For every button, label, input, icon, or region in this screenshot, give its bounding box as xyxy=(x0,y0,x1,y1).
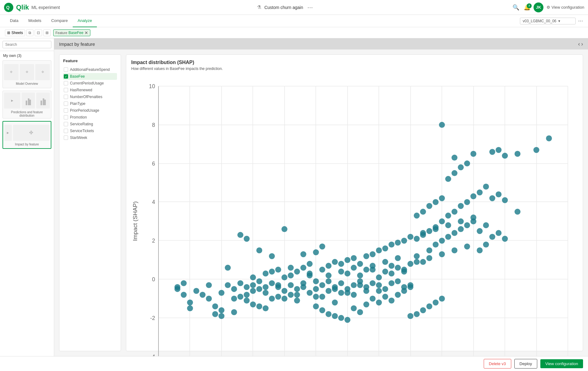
feature-item-servicetickets[interactable]: ServiceTickets xyxy=(63,127,117,134)
search-button[interactable]: 🔍 xyxy=(511,3,521,12)
sidebar: My own (3) ✤ ✤ ✤ Model Overview ▶ xyxy=(0,38,54,356)
svg-point-167 xyxy=(439,238,445,244)
svg-point-176 xyxy=(458,226,464,232)
feature-item-basefee[interactable]: ✓ BaseFee xyxy=(63,73,117,80)
svg-point-119 xyxy=(338,290,344,296)
checkbox-priorperiodusage[interactable] xyxy=(64,108,68,113)
feature-item-additionalfeaturespend[interactable]: AdditionalFeatureSpend xyxy=(63,66,117,73)
svg-point-203 xyxy=(452,155,457,161)
svg-point-143 xyxy=(388,280,394,286)
svg-text:10: 10 xyxy=(149,83,155,89)
filter-tag[interactable]: Feature BaseFee ✕ xyxy=(53,29,90,36)
model-more-button[interactable]: ⋯ xyxy=(578,18,583,24)
prev-arrow-button[interactable]: ‹ xyxy=(578,41,580,47)
svg-point-85 xyxy=(269,296,275,301)
chart-panel: Impact distribution (SHAP) How different… xyxy=(126,54,583,351)
svg-point-125 xyxy=(351,292,357,298)
svg-text:-4: -4 xyxy=(150,354,155,356)
sheet-impact-container: ▶ ✤ Impact by feature xyxy=(0,120,54,150)
checkbox-currentperiodusage[interactable] xyxy=(64,81,68,85)
feature-item-numberofpenalties[interactable]: NumberOfPenalties xyxy=(63,93,117,100)
tab-models[interactable]: Models xyxy=(23,15,46,27)
layout-icon-1[interactable]: ⧉ xyxy=(26,29,33,36)
svg-point-252 xyxy=(332,313,338,319)
svg-point-68 xyxy=(231,286,237,292)
tab-data[interactable]: Data xyxy=(5,15,23,27)
svg-point-112 xyxy=(326,288,331,294)
svg-point-59 xyxy=(187,300,193,305)
chevron-down-icon: ▾ xyxy=(558,19,560,23)
svg-point-141 xyxy=(388,242,394,248)
tab-analyze[interactable]: Analyze xyxy=(73,15,97,27)
feature-item-startweek[interactable]: StartWeek xyxy=(63,134,117,141)
page-header: Impact by feature ‹ › xyxy=(54,38,588,50)
svg-point-170 xyxy=(445,234,451,240)
inner-content: Feature AdditionalFeatureSpend ✓ BaseFee… xyxy=(54,50,588,356)
svg-point-204 xyxy=(175,286,180,292)
sheet-thumb-1a: ✤ xyxy=(4,64,19,80)
filter-close-button[interactable]: ✕ xyxy=(84,30,88,35)
layout-icon-2[interactable]: ⊡ xyxy=(35,29,42,36)
feature-item-priorperiodusage[interactable]: PriorPeriodUsage xyxy=(63,107,117,114)
svg-point-191 xyxy=(489,234,495,240)
sheet-thumb-3a: ▶ xyxy=(4,125,12,141)
svg-point-137 xyxy=(376,282,382,288)
sheet-impact[interactable]: ▶ ✤ Impact by feature xyxy=(2,121,51,149)
svg-point-165 xyxy=(439,195,445,201)
app-title: ML experiment xyxy=(32,5,60,10)
svg-point-243 xyxy=(439,251,445,257)
feature-item-plantype[interactable]: PlanType xyxy=(63,100,117,107)
logo-area: Q Qlik ML experiment xyxy=(4,2,60,12)
feature-item-promotion[interactable]: Promotion xyxy=(63,114,117,121)
sheets-toggle-button[interactable]: ⊞ Sheets xyxy=(5,29,25,36)
sheet-model-overview[interactable]: ✤ ✤ ✤ Model Overview xyxy=(2,60,51,88)
deploy-button[interactable]: Deploy xyxy=(514,359,537,369)
svg-point-138 xyxy=(382,259,388,265)
feature-item-currentperiodusage[interactable]: CurrentPeriodUsage xyxy=(63,80,117,87)
checkbox-plantype[interactable] xyxy=(64,101,68,106)
svg-point-160 xyxy=(426,228,432,234)
avatar[interactable]: JK xyxy=(534,2,543,12)
checkbox-basefee[interactable]: ✓ xyxy=(64,74,68,79)
scatter-plot: 10 8 6 4 2 0 -2 -4 0 5 10 15 20 xyxy=(131,76,578,356)
feature-item-servicerating[interactable]: ServiceRating xyxy=(63,121,117,127)
model-search-select[interactable]: v03_LGBMC_00_06 ▾ xyxy=(520,18,576,24)
svg-point-107 xyxy=(313,286,319,292)
sidebar-search-input[interactable] xyxy=(2,41,51,48)
next-arrow-button[interactable]: › xyxy=(581,41,583,47)
view-config-button-top[interactable]: ⚙ View configuration xyxy=(547,5,584,10)
svg-point-245 xyxy=(452,247,457,253)
svg-point-195 xyxy=(502,153,508,159)
svg-point-198 xyxy=(515,151,521,157)
checkbox-numberofpenalties[interactable] xyxy=(64,95,68,99)
checkbox-servicerating[interactable] xyxy=(64,122,68,126)
svg-point-242 xyxy=(433,226,439,232)
svg-point-202 xyxy=(439,122,445,128)
checkbox-servicetickets[interactable] xyxy=(64,129,68,133)
feature-item-hasrenewed[interactable]: HasRenewed xyxy=(63,87,117,93)
svg-point-212 xyxy=(244,298,249,304)
svg-point-103 xyxy=(307,290,313,296)
layout-icon-3[interactable]: ⊞ xyxy=(43,29,51,36)
notification-button[interactable]: 🔔 7 xyxy=(524,4,530,11)
svg-point-73 xyxy=(244,284,249,290)
svg-point-226 xyxy=(332,286,338,292)
svg-point-211 xyxy=(237,294,243,300)
checkbox-startweek[interactable] xyxy=(64,136,68,140)
svg-point-247 xyxy=(464,244,470,249)
checkbox-additionalfeaturespend[interactable] xyxy=(64,67,68,72)
tab-compare[interactable]: Compare xyxy=(46,15,72,27)
view-config-button-bottom[interactable]: View configuration xyxy=(540,359,583,368)
svg-point-232 xyxy=(370,251,375,257)
sheet-predictions[interactable]: ▶ Predictions and feature distribution xyxy=(2,91,51,119)
svg-text:6: 6 xyxy=(152,161,155,167)
svg-point-153 xyxy=(414,213,420,218)
checkbox-promotion[interactable] xyxy=(64,115,68,119)
svg-rect-7 xyxy=(44,100,46,105)
checkbox-hasrenewed[interactable] xyxy=(64,88,68,92)
svg-point-101 xyxy=(300,251,306,257)
experiment-more-button[interactable]: ⋯ xyxy=(306,3,314,12)
delete-button[interactable]: Delete v3 xyxy=(484,359,511,369)
svg-point-162 xyxy=(433,199,439,205)
svg-point-58 xyxy=(181,280,187,286)
